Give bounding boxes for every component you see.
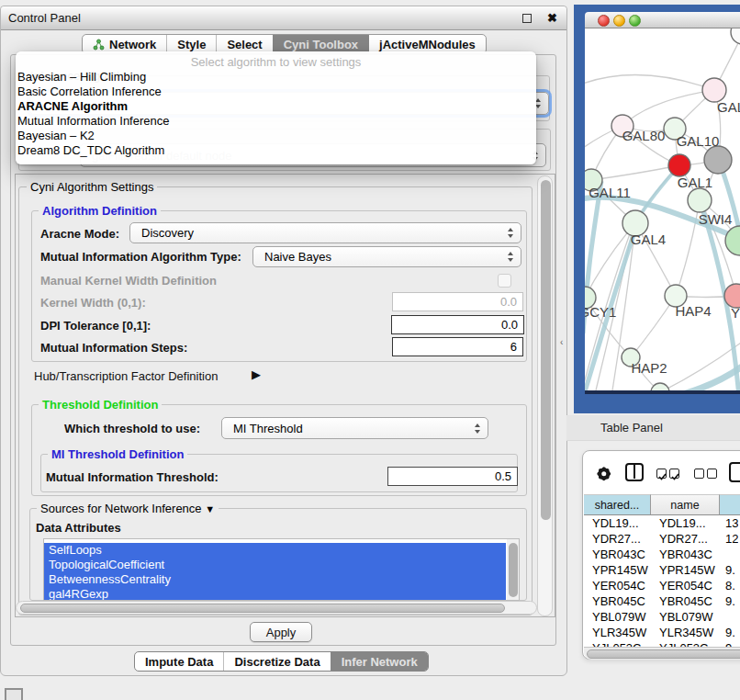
list-item[interactable]: gal4RGexp: [44, 587, 506, 601]
gear-icon[interactable]: [595, 465, 612, 482]
list-item[interactable]: TopologicalCoefficient: [44, 558, 506, 572]
combo-arrows-icon: [507, 252, 513, 262]
table-cell: YPR145W: [652, 562, 721, 578]
settings-vscrollbar-thumb[interactable]: [541, 180, 551, 520]
algorithm-option[interactable]: Bayesian – K2: [16, 129, 536, 143]
list-scrollbar-thumb[interactable]: [509, 543, 518, 597]
table-cell: YBL079W: [584, 609, 652, 625]
table-cell: YLR345W: [652, 625, 721, 640]
which-threshold-combo[interactable]: MI Threshold: [221, 417, 488, 439]
table-cell: YJL053C: [584, 640, 652, 647]
table-row[interactable]: YPR145WYPR145W9.: [584, 562, 740, 578]
mi-type-combo[interactable]: Naive Bayes: [252, 246, 521, 267]
network-node[interactable]: [725, 226, 740, 255]
kernel-width-field: 0.0: [392, 292, 523, 311]
tab-impute-data[interactable]: Impute Data: [135, 652, 223, 671]
checked-checkbox-icon[interactable]: [669, 469, 679, 479]
tab-style[interactable]: Style: [166, 35, 216, 53]
table-cell: YBR045C: [584, 593, 652, 609]
which-threshold-label: Which threshold to use:: [64, 422, 200, 435]
node-label: GAL7: [717, 99, 740, 115]
table-row[interactable]: YBR043CYBR043C: [584, 547, 740, 562]
mi-threshold-title: MI Threshold Definition: [48, 447, 187, 461]
table-row[interactable]: YDR27...YDR27...12: [584, 531, 740, 547]
network-node[interactable]: [704, 146, 732, 174]
panel-divider-handle[interactable]: ‹: [560, 337, 563, 347]
collapse-arrow-icon[interactable]: ▼: [205, 503, 215, 514]
tab-jactivemnodules[interactable]: jActiveMNodules: [368, 35, 486, 53]
data-attributes-list[interactable]: SelfLoops TopologicalCoefficient Between…: [43, 538, 520, 601]
column-header-name[interactable]: name: [651, 494, 720, 515]
table-cell: YDR27...: [652, 531, 721, 547]
table-icon[interactable]: [729, 462, 740, 482]
network-node[interactable]: [651, 383, 669, 390]
algorithm-option[interactable]: Mutual Information Inference: [16, 114, 536, 129]
column-header-shared-name[interactable]: shared...: [584, 494, 651, 515]
table-row[interactable]: YER054CYER054C8.: [584, 578, 740, 593]
algorithm-definition-title: Algorithm Definition: [39, 204, 161, 218]
aracne-mode-combo[interactable]: Discovery: [129, 222, 521, 243]
algorithm-option[interactable]: Basic Correlation Inference: [16, 85, 536, 99]
minimized-panel-icon[interactable]: [5, 688, 23, 700]
table-hscrollbar-thumb[interactable]: [587, 649, 740, 659]
settings-hscrollbar[interactable]: [16, 601, 537, 615]
node-label: HAP2: [631, 360, 667, 376]
close-icon[interactable]: ✖: [547, 11, 557, 25]
table-row[interactable]: YJL053CYJL053C9.: [584, 640, 740, 647]
column-header-partial[interactable]: [720, 494, 740, 515]
table-cell: YDR27...: [584, 531, 652, 547]
network-window-titlebar: [585, 12, 740, 28]
algorithm-option[interactable]: Dream8 DC_TDC Algorithm: [16, 143, 536, 158]
network-edge-thick: [677, 365, 740, 390]
algorithm-option-selected[interactable]: ARACNE Algorithm: [16, 99, 536, 114]
mi-threshold-field[interactable]: 0.5: [387, 467, 518, 486]
table-cell: YJL053C: [652, 640, 721, 647]
checked-checkbox-icon[interactable]: [656, 469, 667, 479]
column-layout-icon[interactable]: [625, 463, 644, 481]
algorithm-option[interactable]: Bayesian – Hill Climbing: [16, 70, 536, 85]
table-cell: 9.: [721, 640, 735, 647]
table-cell: YER054C: [584, 578, 652, 593]
table-cell: YBR043C: [584, 547, 652, 562]
apply-button[interactable]: Apply: [250, 622, 312, 642]
table-row[interactable]: YBR045CYBR045C9.: [584, 593, 740, 609]
table-cell: YBR043C: [652, 547, 721, 562]
settings-hscrollbar-thumb[interactable]: [20, 604, 505, 613]
node-label: GAL11: [589, 185, 631, 200]
node-label: GAL1: [678, 175, 712, 190]
table-panel-title: Table Panel: [600, 415, 663, 441]
network-node[interactable]: [668, 154, 690, 176]
node-label: YH: [731, 305, 740, 321]
minimize-traffic-light[interactable]: [613, 15, 625, 27]
table-row[interactable]: YBL079WYBL079W: [584, 609, 740, 625]
tab-network[interactable]: Network: [83, 35, 166, 53]
table-hscrollbar[interactable]: [584, 647, 740, 660]
dpi-tolerance-field[interactable]: 0.0: [391, 315, 524, 334]
close-traffic-light[interactable]: [598, 15, 610, 27]
settings-vscrollbar[interactable]: [537, 175, 553, 616]
hub-definition-label[interactable]: Hub/Transcription Factor Definition: [34, 369, 218, 383]
table-cell: YER054C: [652, 578, 721, 593]
network-node[interactable]: [731, 28, 740, 44]
tab-select[interactable]: Select: [216, 35, 272, 53]
tab-cyni-toolbox[interactable]: Cyni Toolbox: [273, 35, 368, 53]
list-item[interactable]: SelfLoops: [44, 543, 506, 558]
node-label: GAL80: [622, 128, 666, 143]
table-row[interactable]: YDL19...YDL19...13: [584, 515, 740, 531]
network-canvas[interactable]: GAL80GAL10GAL7GAL1GAL11SWI4GAL4GCY1HAP4Y…: [585, 28, 740, 390]
tab-infer-network[interactable]: Infer Network: [331, 652, 428, 671]
mi-steps-field[interactable]: 6: [392, 337, 523, 356]
network-edge: [660, 343, 740, 390]
manual-kernel-checkbox[interactable]: [498, 274, 511, 288]
network-view-window: GAL80GAL10GAL7GAL1GAL11SWI4GAL4GCY1HAP4Y…: [574, 5, 740, 413]
table-row[interactable]: YLR345WYLR345W9.: [584, 625, 740, 640]
list-item[interactable]: BetweennessCentrality: [44, 572, 506, 587]
unchecked-checkbox-icon[interactable]: [707, 469, 717, 479]
float-window-icon[interactable]: [522, 14, 532, 23]
expand-arrow-icon[interactable]: ▶: [252, 367, 261, 381]
network-node[interactable]: [688, 188, 712, 212]
popup-placeholder: Select algorithm to view settings: [16, 55, 536, 70]
unchecked-checkbox-icon[interactable]: [694, 469, 704, 479]
tab-discretize-data[interactable]: Discretize Data: [223, 652, 330, 671]
zoom-traffic-light[interactable]: [629, 15, 641, 27]
